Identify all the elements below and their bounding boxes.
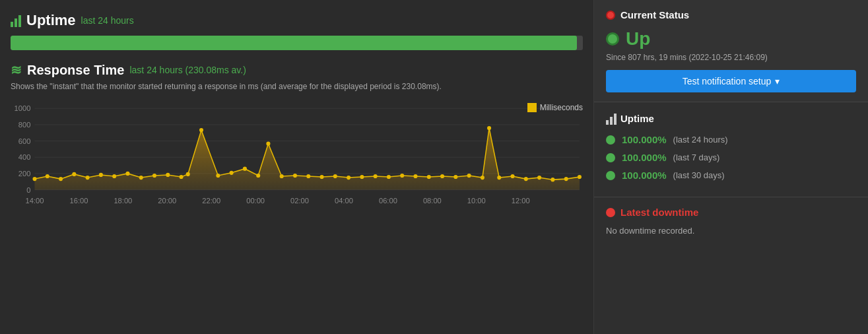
svg-point-48: [487, 126, 491, 130]
svg-point-15: [59, 177, 63, 181]
no-downtime-message: No downtime recorded.: [606, 226, 856, 236]
uptime-bar-icon: [606, 112, 617, 125]
svg-point-49: [497, 176, 501, 180]
svg-point-27: [216, 174, 220, 178]
svg-point-33: [293, 174, 297, 178]
svg-text:00:00: 00:00: [246, 197, 265, 205]
svg-text:04:00: 04:00: [335, 197, 353, 205]
current-status-section: Current Status Up Since 807 hrs, 19 mins…: [594, 0, 868, 102]
svg-text:400: 400: [18, 153, 31, 161]
svg-point-45: [453, 175, 457, 179]
latest-downtime-section: Latest downtime No downtime recorded.: [594, 197, 868, 245]
svg-point-54: [564, 177, 568, 181]
svg-point-26: [199, 128, 203, 132]
uptime-row-24h: 100.000% (last 24 hours): [606, 134, 856, 145]
svg-point-53: [551, 178, 554, 182]
svg-point-42: [413, 174, 417, 178]
svg-point-18: [99, 173, 103, 177]
svg-point-17: [86, 176, 90, 180]
response-subtitle: last 24 hours (230.08ms av.): [129, 65, 246, 75]
current-status-title: Current Status: [620, 9, 689, 20]
status-up-label: Up: [626, 28, 650, 50]
svg-point-13: [32, 177, 36, 181]
svg-point-29: [243, 167, 247, 171]
svg-point-37: [347, 176, 351, 180]
status-since-text: Since 807 hrs, 19 mins (2022-10-25 21:46…: [606, 53, 856, 62]
svg-text:600: 600: [18, 137, 31, 145]
uptime-subtitle: last 24 hours: [81, 15, 134, 26]
uptime-dot-24h: [606, 135, 615, 145]
status-indicator-icon: [606, 11, 615, 20]
uptime-pct-30d: 100.000%: [622, 170, 667, 181]
svg-text:10:00: 10:00: [467, 197, 486, 205]
svg-text:800: 800: [18, 121, 31, 129]
uptime-header: Uptime last 24 hours: [11, 12, 583, 29]
svg-point-34: [306, 174, 310, 178]
svg-point-14: [46, 174, 50, 178]
svg-point-16: [72, 172, 76, 176]
svg-text:08:00: 08:00: [423, 197, 442, 205]
downtime-icon: [606, 208, 615, 217]
uptime-period-7d: (last 7 days): [673, 152, 720, 162]
uptime-pct-24h: 100.000%: [622, 134, 667, 145]
current-status-header: Current Status: [606, 9, 856, 20]
svg-point-41: [400, 174, 404, 178]
svg-point-22: [152, 174, 156, 178]
svg-point-36: [333, 174, 337, 178]
svg-point-38: [360, 175, 364, 179]
bar-chart-icon: [11, 14, 21, 27]
svg-point-25: [186, 172, 190, 176]
chart-svg-wrapper: 1000 800 600 400 200 0: [11, 103, 583, 225]
svg-point-46: [467, 174, 471, 178]
svg-point-50: [510, 174, 514, 178]
uptime-row-7d: 100.000% (last 7 days): [606, 152, 856, 163]
svg-point-28: [230, 171, 234, 175]
svg-point-30: [256, 174, 260, 178]
svg-text:0: 0: [26, 186, 30, 194]
svg-text:16:00: 16:00: [69, 197, 88, 205]
response-title: Response Time: [27, 63, 124, 78]
uptime-section-label: Uptime: [620, 113, 654, 124]
svg-point-21: [139, 176, 143, 180]
response-chart: 1000 800 600 400 200 0: [11, 103, 583, 225]
test-notification-button[interactable]: Test notification setup ▾: [606, 70, 856, 92]
response-time-icon: ≋: [11, 62, 22, 78]
uptime-pct-7d: 100.000%: [622, 152, 667, 163]
svg-text:06:00: 06:00: [379, 197, 397, 205]
test-notification-label: Test notification setup: [683, 76, 772, 86]
svg-marker-12: [35, 128, 580, 190]
svg-text:12:00: 12:00: [512, 197, 530, 205]
svg-text:14:00: 14:00: [26, 197, 44, 205]
test-notification-arrow: ▾: [775, 76, 780, 86]
uptime-bar-container: [11, 36, 583, 50]
svg-point-23: [166, 173, 170, 177]
uptime-row-30d: 100.000% (last 30 days): [606, 170, 856, 181]
uptime-stats-section: Uptime 100.000% (last 24 hours) 100.000%…: [594, 102, 868, 197]
response-description: Shows the "instant" that the monitor sta…: [11, 82, 583, 91]
legend-label: Milliseconds: [540, 103, 583, 112]
downtime-header: Latest downtime: [606, 207, 856, 218]
svg-point-35: [319, 175, 323, 179]
uptime-bar: [11, 36, 577, 50]
svg-text:20:00: 20:00: [158, 197, 176, 205]
svg-point-55: [578, 175, 582, 179]
svg-point-40: [387, 175, 391, 179]
response-header: ≋ Response Time last 24 hours (230.08ms …: [11, 62, 583, 78]
uptime-period-30d: (last 30 days): [673, 170, 725, 180]
svg-text:200: 200: [18, 170, 31, 178]
svg-point-20: [125, 172, 129, 176]
status-up-icon: [606, 32, 619, 46]
svg-point-31: [266, 142, 270, 146]
uptime-stats-title: Uptime: [606, 112, 856, 125]
uptime-title: Uptime: [26, 12, 76, 29]
legend-color-box: [527, 103, 537, 112]
svg-point-51: [524, 177, 528, 181]
svg-point-44: [440, 174, 444, 178]
status-up-row: Up: [606, 28, 856, 50]
downtime-title: Latest downtime: [620, 207, 698, 218]
svg-point-52: [537, 176, 541, 180]
side-panel: Current Status Up Since 807 hrs, 19 mins…: [594, 0, 868, 334]
svg-text:22:00: 22:00: [202, 197, 220, 205]
svg-point-32: [280, 174, 284, 178]
svg-point-47: [481, 176, 484, 180]
